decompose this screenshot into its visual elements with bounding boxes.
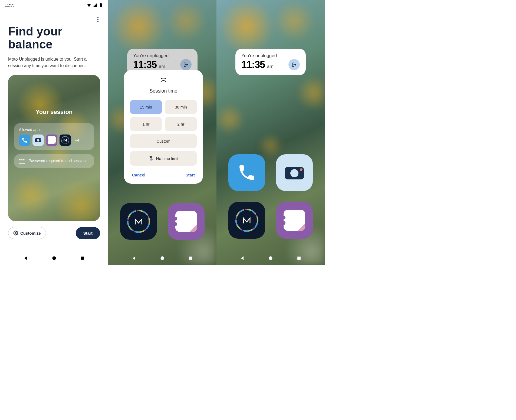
page-title: Find your balance bbox=[0, 23, 108, 51]
nav-bar bbox=[0, 251, 108, 265]
cancel-button[interactable]: Cancel bbox=[131, 170, 146, 179]
moto-app-launcher[interactable] bbox=[120, 203, 157, 240]
svg-point-2 bbox=[40, 139, 41, 139]
allowed-apps-row: +4 bbox=[19, 134, 89, 146]
unplugged-logo-icon bbox=[130, 76, 197, 85]
start-button[interactable]: Start bbox=[76, 227, 100, 239]
dialog-title: Session time bbox=[130, 88, 197, 94]
exit-session-button[interactable] bbox=[288, 59, 300, 70]
recent-button[interactable] bbox=[296, 255, 302, 261]
unplugged-ampm: am bbox=[267, 64, 274, 69]
home-button[interactable] bbox=[51, 255, 57, 261]
allowed-apps-box[interactable]: Allowed apps +4 bbox=[14, 123, 94, 150]
svg-rect-9 bbox=[81, 257, 84, 260]
back-button[interactable] bbox=[23, 255, 28, 261]
hourglass-off-icon bbox=[149, 156, 153, 161]
option-2hr[interactable]: 2 hr bbox=[165, 117, 197, 131]
option-1hr[interactable]: 1 hr bbox=[130, 117, 162, 131]
nav-bar bbox=[216, 251, 325, 265]
session-preview-card: Your session Allowed apps +4 *** bbox=[8, 75, 100, 221]
option-custom[interactable]: Custom bbox=[130, 134, 197, 148]
moto-app-launcher[interactable] bbox=[228, 202, 265, 239]
ticket-app-launcher[interactable] bbox=[276, 202, 313, 239]
additional-apps-count: +4 bbox=[75, 138, 79, 142]
unplugged-time: 11:35 bbox=[241, 59, 265, 70]
password-icon: *** bbox=[19, 158, 25, 164]
svg-point-17 bbox=[290, 169, 298, 177]
svg-point-18 bbox=[300, 168, 303, 171]
screen-setup: 11:35 Find your balance Moto Unplugged i… bbox=[0, 0, 108, 265]
action-row: Customize Start bbox=[0, 221, 108, 239]
recent-button[interactable] bbox=[80, 255, 85, 261]
battery-icon bbox=[98, 3, 103, 8]
exit-icon bbox=[291, 62, 297, 67]
svg-point-7 bbox=[15, 232, 17, 234]
password-required-box[interactable]: *** Password required to end session bbox=[14, 154, 94, 168]
nav-bar bbox=[108, 251, 216, 265]
allowed-apps-label: Allowed apps bbox=[19, 127, 89, 132]
status-icons bbox=[87, 3, 103, 8]
back-button[interactable] bbox=[239, 255, 245, 261]
session-heading: Your session bbox=[14, 109, 94, 116]
svg-point-23 bbox=[269, 256, 272, 260]
svg-point-14 bbox=[160, 256, 164, 260]
svg-point-8 bbox=[52, 256, 56, 260]
page-subtitle: Moto Unplugged is unique to you. Start a… bbox=[0, 51, 108, 69]
svg-rect-15 bbox=[189, 257, 192, 260]
moto-app-icon bbox=[60, 134, 71, 146]
option-no-limit[interactable]: No time limit bbox=[130, 151, 197, 166]
ticket-app-icon bbox=[46, 134, 57, 146]
svg-rect-24 bbox=[297, 257, 301, 260]
home-button[interactable] bbox=[268, 255, 273, 261]
camera-app-icon bbox=[32, 134, 44, 146]
session-time-dialog: Session time 15 min 30 min 1 hr 2 hr Cus… bbox=[124, 70, 203, 184]
phone-app-launcher[interactable] bbox=[228, 154, 265, 191]
session-time-options: 15 min 30 min 1 hr 2 hr Custom No time l… bbox=[130, 100, 197, 166]
option-30min[interactable]: 30 min bbox=[165, 100, 197, 114]
back-button[interactable] bbox=[131, 255, 137, 261]
ticket-app-launcher[interactable] bbox=[168, 203, 205, 240]
phone-app-icon bbox=[19, 134, 30, 146]
unplugged-card: You're unplugged 11:35 am bbox=[235, 49, 306, 75]
customize-button[interactable]: Customize bbox=[8, 227, 46, 239]
screen-session-time-dialog: You're unplugged 11:35 am Session time 1… bbox=[108, 0, 216, 265]
password-required-label: Password required to end session bbox=[29, 158, 86, 163]
home-button[interactable] bbox=[160, 255, 165, 261]
option-15min[interactable]: 15 min bbox=[130, 100, 162, 114]
signal-icon bbox=[93, 3, 97, 8]
dialog-actions: Cancel Start bbox=[130, 170, 197, 179]
overflow-menu-button[interactable] bbox=[95, 16, 101, 23]
status-time: 11:35 bbox=[5, 3, 14, 7]
status-bar: 11:35 bbox=[0, 0, 108, 9]
home-apps-grid bbox=[120, 203, 205, 240]
svg-point-1 bbox=[37, 139, 40, 142]
unplugged-label: You're unplugged bbox=[241, 53, 277, 58]
camera-app-launcher[interactable] bbox=[276, 154, 313, 191]
start-session-button[interactable]: Start bbox=[185, 170, 196, 179]
gear-icon bbox=[13, 231, 18, 235]
wifi-icon bbox=[87, 3, 91, 8]
screen-unplugged-home: You're unplugged 11:35 am bbox=[216, 0, 325, 265]
recent-button[interactable] bbox=[188, 255, 193, 261]
home-apps-grid bbox=[228, 154, 313, 239]
